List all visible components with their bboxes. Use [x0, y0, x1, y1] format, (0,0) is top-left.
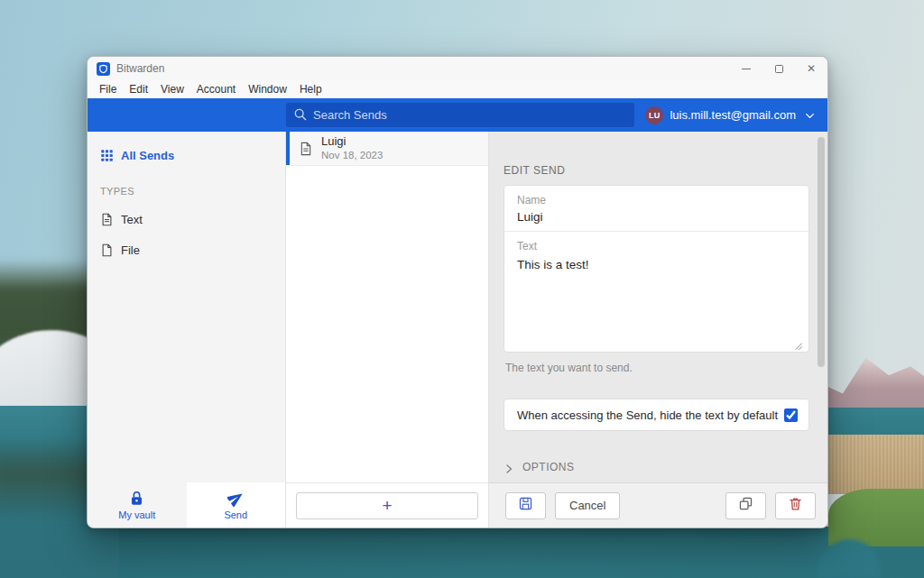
wallpaper-water — [0, 527, 924, 578]
save-button[interactable] — [505, 492, 546, 519]
form-card: Name Text This is a test! — [504, 185, 809, 353]
send-list: Luigi Nov 18, 2023 — [286, 132, 489, 482]
sidebar-item-label: File — [121, 243, 140, 257]
minimize-button[interactable] — [730, 57, 762, 80]
text-input[interactable]: This is a test! — [517, 258, 796, 344]
delete-button[interactable] — [775, 492, 816, 519]
search-box — [286, 103, 634, 127]
sidebar: All Sends TYPES Text File — [88, 132, 286, 482]
grid-icon — [100, 149, 114, 162]
wallpaper-grass — [828, 489, 924, 546]
menu-item-edit[interactable]: Edit — [123, 83, 154, 96]
menu-item-account[interactable]: Account — [190, 83, 242, 96]
app-window: Bitwarden ✕ File Edit View Account Windo… — [87, 56, 828, 528]
all-sends-label: All Sends — [121, 149, 174, 162]
chevron-right-icon — [504, 462, 514, 472]
add-send-button[interactable]: + — [296, 492, 478, 519]
nav-tab-label: Send — [224, 509, 247, 520]
options-toggle[interactable]: OPTIONS — [504, 461, 809, 473]
search-input[interactable] — [286, 103, 634, 127]
copy-icon — [738, 496, 753, 515]
scrollbar-thumb[interactable] — [818, 137, 825, 367]
wallpaper-wheat-field — [828, 435, 924, 494]
text-field: Text This is a test! — [504, 232, 808, 352]
lock-icon — [128, 490, 145, 507]
item-date: Nov 18, 2023 — [321, 149, 383, 161]
checkbox-label: When accessing the Send, hide the text b… — [517, 408, 784, 422]
trash-icon — [788, 496, 803, 515]
list-footer: + — [286, 482, 489, 528]
search-icon — [293, 107, 308, 122]
maximize-icon — [775, 65, 783, 73]
sidebar-item-label: Text — [121, 213, 143, 226]
menubar: File Edit View Account Window Help — [88, 80, 827, 98]
sidebar-item-file[interactable]: File — [100, 242, 285, 258]
copy-button[interactable] — [725, 492, 766, 519]
bottom-nav: My vault Send — [88, 482, 286, 528]
account-menu[interactable]: LU luis.mill.test@gmail.com — [634, 106, 827, 124]
bitwarden-logo-icon — [97, 62, 110, 76]
cancel-label: Cancel — [569, 499, 605, 512]
item-title: Luigi — [321, 134, 383, 149]
menu-item-window[interactable]: Window — [242, 83, 293, 96]
chevron-down-icon — [804, 109, 816, 121]
name-field: Name — [504, 186, 808, 232]
maximize-button[interactable] — [762, 57, 795, 80]
file-text-icon — [299, 142, 313, 156]
desktop-wallpaper: Bitwarden ✕ File Edit View Account Windo… — [0, 0, 924, 578]
name-input[interactable] — [517, 210, 796, 224]
nav-tab-my-vault[interactable]: My vault — [88, 482, 187, 528]
app-header: LU luis.mill.test@gmail.com — [88, 98, 827, 132]
paper-plane-icon — [227, 490, 245, 507]
account-email: luis.mill.test@gmail.com — [670, 108, 796, 122]
detail-panel: EDIT SEND Name Text This is a test! Th — [489, 132, 827, 482]
name-label: Name — [517, 194, 796, 206]
selection-indicator — [286, 132, 290, 165]
menu-item-help[interactable]: Help — [293, 83, 328, 96]
sidebar-item-text[interactable]: Text — [100, 211, 285, 227]
actions-bar: Cancel — [489, 482, 827, 528]
nav-tab-label: My vault — [118, 509, 155, 520]
text-label: Text — [517, 240, 796, 252]
close-button[interactable]: ✕ — [795, 57, 827, 80]
plus-label: + — [382, 497, 392, 514]
minimize-icon — [742, 69, 751, 69]
resize-handle-icon[interactable] — [794, 338, 803, 347]
menu-item-view[interactable]: View — [154, 83, 190, 96]
close-icon: ✕ — [807, 63, 816, 74]
helper-text: The text you want to send. — [504, 362, 809, 374]
checkbox-card: When accessing the Send, hide the text b… — [504, 399, 809, 431]
avatar: LU — [645, 106, 663, 124]
cancel-button[interactable]: Cancel — [555, 492, 620, 519]
sidebar-item-all-sends[interactable]: All Sends — [100, 144, 285, 166]
options-label: OPTIONS — [522, 461, 575, 473]
file-icon — [100, 243, 114, 257]
hide-text-checkbox[interactable] — [784, 408, 798, 422]
file-text-icon — [100, 213, 114, 226]
nav-tab-send[interactable]: Send — [187, 482, 286, 528]
menu-item-file[interactable]: File — [93, 83, 123, 96]
save-icon — [518, 496, 533, 515]
edit-send-header: EDIT SEND — [504, 164, 809, 177]
window-title: Bitwarden — [116, 62, 164, 75]
types-header: TYPES — [100, 186, 285, 197]
list-item-luigi[interactable]: Luigi Nov 18, 2023 — [286, 132, 488, 166]
titlebar[interactable]: Bitwarden ✕ — [88, 57, 827, 80]
